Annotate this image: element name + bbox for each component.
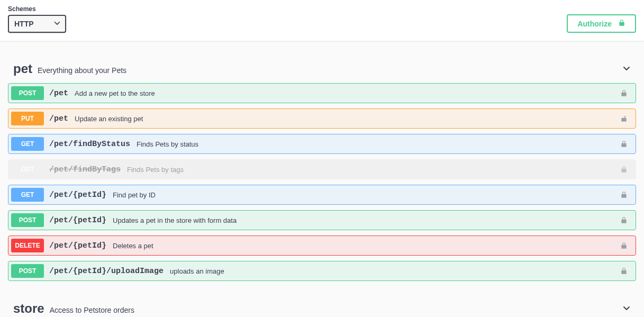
operation-row[interactable]: GET/pet/{petId}Find pet by ID: [8, 185, 636, 205]
tag-operations-pet: POST/petAdd a new pet to the storePUT/pe…: [8, 83, 636, 281]
lock-icon[interactable]: [620, 140, 628, 148]
operation-path: /pet/findByStatus: [49, 140, 130, 149]
method-badge: GET: [11, 137, 44, 151]
operation-row[interactable]: POST/petAdd a new pet to the store: [8, 83, 636, 103]
operation-row[interactable]: GET/pet/findByStatusFinds Pets by status: [8, 134, 636, 154]
operation-path: /pet/{petId}/uploadImage: [49, 267, 164, 276]
operation-path: /pet/{petId}: [49, 191, 106, 200]
chevron-down-icon: [622, 304, 631, 314]
tag-name: pet: [13, 61, 32, 76]
schemes-box: Schemes HTTP: [8, 5, 66, 33]
schemes-select[interactable]: HTTP: [8, 15, 66, 33]
operation-path: /pet: [49, 89, 68, 98]
operation-summary: Deletes a pet: [113, 242, 153, 250]
operation-summary: Finds Pets by status: [137, 140, 198, 148]
chevron-down-icon: [622, 64, 631, 74]
operation-row[interactable]: GET/pet/findByTagsFinds Pets by tags: [8, 159, 636, 179]
schemes-label: Schemes: [8, 5, 66, 13]
operation-summary: Updates a pet in the store with form dat…: [113, 216, 237, 224]
tag-header-pet[interactable]: petEverything about your Pets: [8, 57, 636, 80]
method-badge: PUT: [11, 112, 44, 125]
lock-icon[interactable]: [620, 191, 628, 198]
method-badge: GET: [11, 162, 44, 176]
operation-summary: Find pet by ID: [113, 191, 156, 199]
operation-summary: Add a new pet to the store: [75, 89, 155, 97]
operation-path: /pet: [49, 114, 68, 123]
operation-summary: Finds Pets by tags: [127, 166, 184, 174]
method-badge: DELETE: [11, 239, 44, 252]
operation-summary: Update an existing pet: [75, 115, 143, 123]
authorize-label: Authorize: [577, 20, 612, 28]
operation-path: /pet/findByTags: [49, 165, 121, 174]
method-badge: POST: [11, 86, 44, 100]
tag-description: Access to Petstore orders: [50, 306, 134, 314]
method-badge: GET: [11, 188, 44, 202]
operation-summary: uploads an image: [170, 267, 224, 275]
method-badge: POST: [11, 264, 44, 278]
operation-row[interactable]: PUT/petUpdate an existing pet: [8, 108, 636, 129]
lock-icon[interactable]: [620, 89, 628, 97]
authorize-button[interactable]: Authorize: [567, 14, 636, 33]
lock-icon[interactable]: [620, 115, 628, 122]
method-badge: POST: [11, 213, 44, 227]
tag-header-left: petEverything about your Pets: [13, 61, 126, 76]
operation-path: /pet/{petId}: [49, 241, 106, 250]
operation-row[interactable]: DELETE/pet/{petId}Deletes a pet: [8, 236, 636, 256]
operation-row[interactable]: POST/pet/{petId}/uploadImageuploads an i…: [8, 261, 636, 281]
tag-header-left: storeAccess to Petstore orders: [13, 301, 134, 316]
tag-description: Everything about your Pets: [38, 66, 126, 75]
main: petEverything about your PetsPOST/petAdd…: [0, 41, 644, 317]
lock-icon[interactable]: [620, 267, 628, 275]
operation-path: /pet/{petId}: [49, 216, 106, 225]
lock-icon[interactable]: [620, 166, 628, 173]
lock-icon: [618, 19, 625, 28]
top-bar: Schemes HTTP Authorize: [0, 0, 644, 41]
operation-row[interactable]: POST/pet/{petId}Updates a pet in the sto…: [8, 210, 636, 230]
lock-icon[interactable]: [620, 242, 628, 249]
lock-icon[interactable]: [620, 216, 628, 224]
tag-name: store: [13, 301, 44, 316]
tag-header-store[interactable]: storeAccess to Petstore orders: [8, 297, 636, 317]
